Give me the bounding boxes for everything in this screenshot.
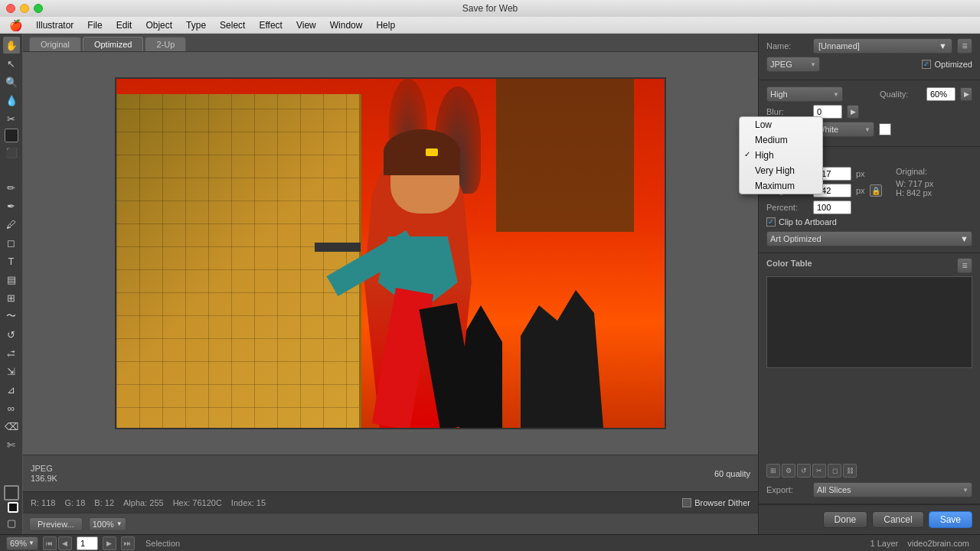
- quality-stepper[interactable]: ▶: [960, 87, 972, 101]
- menu-effect[interactable]: Effect: [253, 18, 288, 32]
- apple-menu[interactable]: 🍎: [3, 19, 28, 31]
- layer-label: 1 Layer: [871, 539, 899, 548]
- matte-color-swatch[interactable]: [879, 123, 891, 135]
- save-button[interactable]: Save: [929, 511, 972, 528]
- scale-tool[interactable]: ⇲: [3, 363, 20, 380]
- link-button[interactable]: ⛓: [843, 464, 857, 478]
- tab-original[interactable]: Original: [29, 37, 81, 51]
- clip-artboard-checkbox[interactable]: ✓: [766, 217, 776, 227]
- text-tool[interactable]: T: [3, 253, 20, 269]
- slice-tool[interactable]: ✂: [3, 110, 20, 127]
- gradient-tool[interactable]: ▤: [3, 271, 20, 288]
- percent-input[interactable]: [813, 201, 851, 214]
- image-status-bar: JPEG 136.9K 60 quality: [23, 455, 758, 491]
- bottom-nav-bar: 69% ▼ ⏮ ◀ ▶ ⏭ Selection 1 Layer video2br…: [0, 534, 980, 551]
- cancel-button[interactable]: Cancel: [872, 511, 923, 528]
- preset-options-button[interactable]: ≡: [957, 38, 972, 54]
- bottom-zoom-select[interactable]: 69% ▼: [6, 536, 38, 550]
- art-optimized-select[interactable]: Art Optimized ▼: [766, 231, 972, 246]
- watermark: video2brain.com: [903, 537, 974, 549]
- hand-tool[interactable]: ✋: [3, 37, 20, 54]
- preview-in-browser-button[interactable]: ⊞: [766, 464, 780, 478]
- dd-high[interactable]: High: [740, 148, 822, 163]
- quality-label: 60 quality: [714, 469, 750, 478]
- zoom-tool[interactable]: 🔍: [3, 73, 20, 90]
- rebuild-button[interactable]: ↺: [797, 464, 811, 478]
- menu-bar: 🍎 Illustrator File Edit Object Type Sele…: [0, 17, 980, 34]
- dd-low[interactable]: Low: [740, 117, 822, 132]
- blend-tool[interactable]: ∞: [3, 399, 20, 416]
- optimized-label: Optimized: [934, 60, 972, 69]
- browser-dither-checkbox[interactable]: [682, 498, 691, 507]
- preset-name-field[interactable]: [Unnamed] ▼: [813, 38, 952, 54]
- done-button[interactable]: Done: [823, 511, 868, 528]
- lock-proportions-button[interactable]: 🔒: [870, 184, 882, 197]
- shear-tool[interactable]: ⊿: [3, 381, 20, 398]
- menu-object[interactable]: Object: [139, 18, 178, 32]
- brush-tool[interactable]: ✏: [3, 179, 20, 196]
- image-container: [23, 52, 758, 455]
- dd-maximum[interactable]: Maximum: [740, 178, 822, 194]
- optimized-checkbox[interactable]: ✓: [922, 60, 931, 69]
- next-frame-button[interactable]: ▶: [103, 536, 116, 550]
- menu-type[interactable]: Type: [180, 18, 212, 32]
- menu-help[interactable]: Help: [370, 18, 401, 32]
- b-value: B: 12: [94, 498, 114, 507]
- shape-tool[interactable]: ◻: [3, 234, 20, 251]
- original-label: Original:: [896, 167, 972, 176]
- zoom-selector[interactable]: 100% ▼: [89, 517, 126, 531]
- rotate-tool[interactable]: ↺: [3, 326, 20, 343]
- frame-input[interactable]: [77, 536, 98, 550]
- toggle-tool[interactable]: ⬛: [3, 144, 20, 161]
- color-swatch[interactable]: [5, 129, 18, 142]
- mesh-tool[interactable]: ⊞: [3, 289, 20, 306]
- g-value: G: 18: [64, 498, 85, 507]
- quality-label: Quality:: [880, 90, 922, 99]
- menu-view[interactable]: View: [290, 18, 322, 32]
- screen-mode[interactable]: ▢: [3, 514, 20, 531]
- export-select[interactable]: All Slices ▼: [813, 482, 972, 497]
- menu-window[interactable]: Window: [324, 18, 369, 32]
- dd-medium[interactable]: Medium: [740, 132, 822, 148]
- menu-illustrator[interactable]: Illustrator: [30, 18, 80, 32]
- first-frame-button[interactable]: ⏮: [43, 536, 57, 550]
- stroke-color[interactable]: [8, 502, 18, 513]
- reflect-tool[interactable]: ⥄: [3, 344, 20, 361]
- eyedropper-tool[interactable]: 💧: [3, 92, 20, 109]
- slice-select-button[interactable]: ◻: [828, 464, 841, 478]
- eraser-tool[interactable]: ⌫: [3, 418, 20, 435]
- tab-2up[interactable]: 2-Up: [145, 37, 186, 51]
- original-height: H: 842 px: [896, 188, 972, 197]
- file-size-label: 136.9K: [31, 474, 57, 483]
- settings-button[interactable]: ⚙: [782, 464, 795, 478]
- browser-dither-area: Browser Dither: [682, 498, 750, 507]
- minimize-button[interactable]: [20, 4, 29, 13]
- color-table-options-button[interactable]: ≡: [957, 258, 972, 273]
- menu-file[interactable]: File: [81, 18, 108, 32]
- fill-color[interactable]: [4, 485, 19, 500]
- format-select[interactable]: JPEG ▼: [766, 57, 820, 72]
- dd-very-high[interactable]: Very High: [740, 163, 822, 178]
- frame-controls: ⏮ ◀: [43, 536, 72, 550]
- last-frame-button[interactable]: ⏭: [121, 536, 135, 550]
- preview-button[interactable]: Preview...: [29, 517, 83, 531]
- menu-edit[interactable]: Edit: [110, 18, 139, 32]
- clip-artboard-label: Clip to Artboard: [779, 217, 837, 227]
- tab-optimized[interactable]: Optimized: [83, 37, 144, 51]
- maximize-button[interactable]: [34, 4, 43, 13]
- canvas-area: Original Optimized 2-Up: [23, 34, 758, 534]
- select-tool[interactable]: ↖: [3, 55, 20, 72]
- scissors-tool[interactable]: ✄: [3, 436, 20, 453]
- prev-frame-button[interactable]: ◀: [58, 536, 72, 550]
- blur-stepper[interactable]: ▶: [847, 105, 859, 119]
- quality-level-select[interactable]: High ▼: [766, 86, 843, 102]
- width-unit: px: [856, 169, 865, 178]
- menu-select[interactable]: Select: [214, 18, 251, 32]
- preset-name-label: Name:: [766, 41, 808, 51]
- quality-value-input[interactable]: [926, 87, 956, 101]
- warp-tool[interactable]: 〜: [3, 308, 20, 324]
- slice-button[interactable]: ✂: [812, 464, 826, 478]
- pencil-tool[interactable]: ✒: [3, 197, 20, 214]
- pen-tool[interactable]: 🖊: [3, 216, 20, 233]
- close-button[interactable]: [6, 4, 15, 13]
